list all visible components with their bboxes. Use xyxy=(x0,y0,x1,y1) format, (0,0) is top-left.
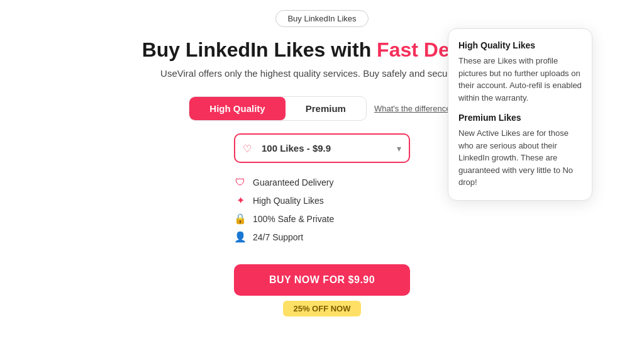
quality-tooltip-popup: High Quality Likes These are Likes with … xyxy=(448,28,592,201)
likes-select[interactable]: 100 Likes - $9.9 250 Likes - $19.9 500 L… xyxy=(234,133,410,163)
headline-text-part1: Buy LinkedIn Likes with xyxy=(142,38,377,61)
buy-now-button[interactable]: BUY NOW FOR $9.90 xyxy=(234,264,410,296)
features-list: 🛡 Guaranteed Delivery ✦ High Quality Lik… xyxy=(234,177,410,249)
feature-label: Guaranteed Delivery xyxy=(253,177,333,187)
feature-safe-private: 🔒 100% Safe & Private xyxy=(234,213,410,225)
tooltip-title-1: High Quality Likes xyxy=(458,40,582,50)
subheadline: UseViral offers only the highest quality… xyxy=(160,68,484,79)
toggle-row: High Quality Premium What's the differen… xyxy=(189,96,455,121)
high-quality-tab[interactable]: High Quality xyxy=(189,97,285,120)
tooltip-desc-2: New Active Likes are for those who are s… xyxy=(458,127,582,189)
feature-guaranteed-delivery: 🛡 Guaranteed Delivery xyxy=(234,177,410,188)
feature-label: 100% Safe & Private xyxy=(253,214,334,224)
quality-toggle: High Quality Premium xyxy=(189,96,367,121)
star-icon: ✦ xyxy=(234,194,247,206)
discount-badge: 25% OFF NOW xyxy=(283,301,360,316)
feature-label: High Quality Likes xyxy=(253,196,324,206)
premium-tab[interactable]: Premium xyxy=(286,97,366,120)
page-wrapper: Buy LinkedIn Likes Buy LinkedIn Likes wi… xyxy=(0,0,644,358)
person-icon: 👤 xyxy=(234,231,247,243)
lock-icon: 🔒 xyxy=(234,213,247,225)
shield-icon: 🛡 xyxy=(234,177,247,188)
feature-support: 👤 24/7 Support xyxy=(234,231,410,243)
likes-select-wrapper: ♡ 100 Likes - $9.9 250 Likes - $19.9 500… xyxy=(234,133,410,163)
tooltip-desc-1: These are Likes with profile pictures bu… xyxy=(458,55,582,104)
feature-label: 24/7 Support xyxy=(253,232,303,242)
feature-high-quality: ✦ High Quality Likes xyxy=(234,194,410,206)
whats-difference-button[interactable]: What's the difference? xyxy=(374,104,455,113)
breadcrumb: Buy LinkedIn Likes xyxy=(275,10,368,27)
tooltip-title-2: Premium Likes xyxy=(458,113,582,123)
